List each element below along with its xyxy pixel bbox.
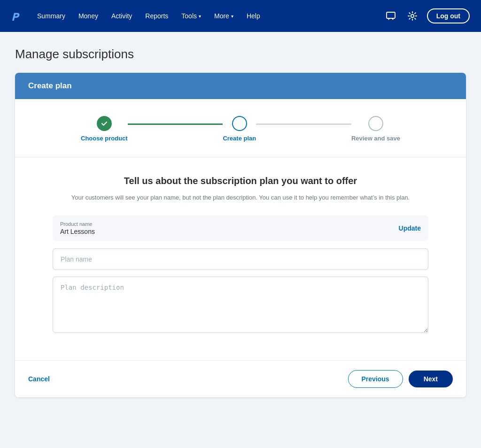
nav-activity[interactable]: Activity — [106, 8, 138, 23]
logout-button[interactable]: Log out — [427, 8, 470, 23]
product-name-info: Product name Art Lessons — [60, 221, 95, 235]
step-2-circle — [232, 116, 247, 131]
card-header: Create plan — [15, 73, 466, 99]
card-header-title: Create plan — [28, 81, 72, 90]
cancel-button[interactable]: Cancel — [28, 375, 50, 383]
tools-chevron-icon: ▾ — [199, 14, 201, 19]
paypal-logo: ᴘ — [11, 8, 18, 24]
checkmark-icon — [101, 120, 108, 127]
svg-rect-0 — [387, 12, 395, 18]
step-line-2 — [256, 124, 351, 125]
more-chevron-icon: ▾ — [231, 14, 233, 19]
stepper-container: Choose product Create plan Review and sa… — [15, 99, 466, 157]
previous-button[interactable]: Previous — [348, 370, 403, 388]
next-button[interactable]: Next — [409, 371, 453, 387]
plan-description-input[interactable] — [53, 277, 428, 333]
product-name-row: Product name Art Lessons Update — [53, 216, 428, 241]
form-subtitle: Your customers will see your plan name, … — [53, 193, 428, 202]
gear-icon — [407, 11, 418, 21]
nav-summary[interactable]: Summary — [31, 8, 71, 23]
navbar: ᴘ Summary Money Activity Reports Tools ▾… — [0, 0, 481, 32]
product-name-value: Art Lessons — [60, 228, 95, 235]
step-review-save: Review and save — [351, 116, 400, 142]
step-create-plan: Create plan — [223, 116, 256, 142]
create-plan-card: Create plan Choose product — [15, 73, 466, 397]
nav-reports[interactable]: Reports — [140, 8, 174, 23]
product-name-label: Product name — [60, 221, 95, 227]
form-title: Tell us about the subscription plan you … — [53, 174, 428, 187]
svg-point-1 — [411, 15, 413, 17]
step-3-circle — [368, 116, 383, 131]
stepper: Choose product Create plan Review and sa… — [81, 116, 400, 142]
form-section: Tell us about the subscription plan you … — [15, 157, 466, 360]
nav-tools[interactable]: Tools ▾ — [176, 8, 207, 23]
step-choose-product: Choose product — [81, 116, 128, 142]
settings-icon-button[interactable] — [405, 9, 419, 23]
card-footer: Cancel Previous Next — [15, 360, 466, 397]
step-2-label: Create plan — [223, 135, 256, 142]
nav-links: Summary Money Activity Reports Tools ▾ M… — [31, 8, 384, 23]
page-container: Manage subscriptions Create plan Choose … — [6, 32, 475, 412]
nav-actions: Log out — [384, 8, 470, 23]
messages-icon-button[interactable] — [384, 9, 398, 23]
plan-name-input[interactable] — [53, 248, 428, 270]
step-3-label: Review and save — [351, 135, 400, 142]
nav-help[interactable]: Help — [241, 8, 266, 23]
footer-right: Previous Next — [348, 370, 453, 388]
nav-money[interactable]: Money — [73, 8, 104, 23]
step-1-circle — [97, 116, 112, 131]
step-1-label: Choose product — [81, 135, 128, 142]
step-line-1 — [128, 124, 223, 125]
update-link[interactable]: Update — [399, 224, 421, 232]
nav-more[interactable]: More ▾ — [209, 8, 239, 23]
messages-icon — [386, 11, 396, 21]
page-title: Manage subscriptions — [15, 47, 466, 62]
